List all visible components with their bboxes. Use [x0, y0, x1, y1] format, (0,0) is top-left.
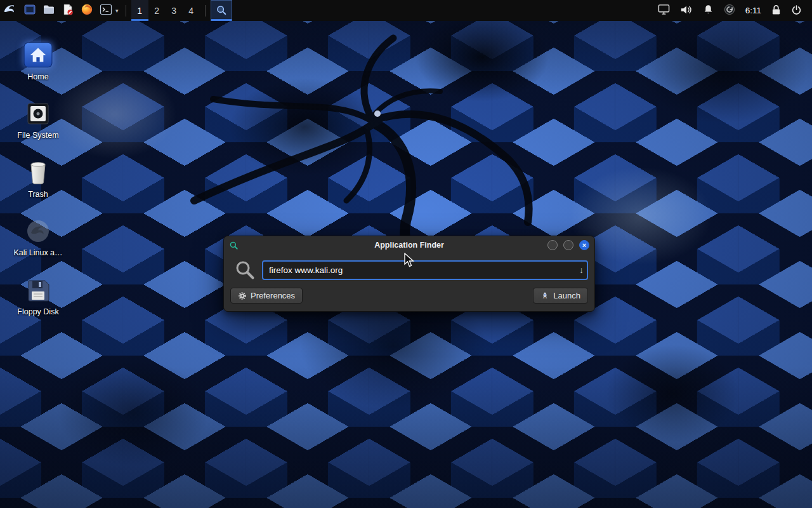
desktop-icon-kali-linux[interactable]: Kali Linux a… — [10, 209, 66, 257]
lock-screen-button[interactable] — [766, 0, 786, 21]
window-icon — [23, 3, 36, 18]
logout-button[interactable] — [786, 0, 807, 21]
application-finder-window: Application Finder × ↓ Preferences — [223, 236, 595, 312]
action-row: Preferences Launch — [230, 288, 588, 304]
close-icon: × — [582, 242, 586, 249]
preferences-label: Preferences — [251, 291, 295, 300]
terminal-icon — [100, 3, 112, 18]
volume-icon-button[interactable] — [675, 0, 698, 21]
notifications-icon-button[interactable] — [698, 0, 719, 21]
file-manager-launcher[interactable] — [39, 0, 58, 21]
desktop-icon-floppy-disk[interactable]: Floppy Disk — [10, 268, 66, 316]
taskbar-application-finder[interactable] — [211, 0, 232, 21]
workspace-label: 3 — [171, 6, 176, 16]
desktop-icon-file-system[interactable]: File System — [10, 91, 66, 140]
search-input[interactable] — [262, 260, 588, 280]
maximize-button[interactable] — [563, 240, 573, 250]
titlebar[interactable]: Application Finder × — [224, 236, 594, 254]
floppy-disk-icon — [23, 268, 53, 305]
search-icon — [216, 4, 227, 18]
workspace-2-button[interactable]: 2 — [148, 0, 166, 21]
appfinder-window-icon — [229, 241, 239, 250]
workspace-label: 2 — [154, 6, 159, 16]
home-folder-icon — [23, 33, 53, 70]
updates-icon-button[interactable] — [719, 0, 740, 21]
trash-icon — [23, 150, 53, 187]
panel-separator — [126, 5, 126, 17]
kali-logo-icon — [3, 3, 16, 18]
kali-menu-button[interactable] — [0, 0, 20, 21]
file-system-icon — [23, 91, 53, 128]
display-icon-button[interactable] — [653, 0, 675, 21]
kali-disc-icon — [23, 209, 53, 246]
preferences-button[interactable]: Preferences — [230, 288, 303, 304]
launch-button[interactable]: Launch — [533, 288, 588, 304]
top-panel: ▾ 1 2 3 4 — [0, 0, 812, 21]
panel-left: ▾ 1 2 3 4 — [0, 0, 232, 21]
desktop-icon-label: File System — [17, 131, 58, 140]
folder-icon — [43, 3, 55, 18]
workspace-label: 4 — [188, 6, 193, 16]
search-entry-wrap: ↓ — [262, 260, 588, 280]
gear-icon — [238, 291, 247, 300]
finder-body: ↓ Preferences Launch — [224, 254, 594, 311]
show-desktop-button[interactable] — [20, 0, 39, 21]
refresh-circle-icon — [724, 4, 735, 17]
firefox-icon — [81, 3, 93, 18]
chevron-down-icon: ▾ — [115, 8, 119, 14]
workspace-1-button[interactable]: 1 — [131, 0, 148, 21]
desktop-icon-trash[interactable]: Trash — [10, 150, 66, 199]
desktop-icon-label: Floppy Disk — [17, 307, 58, 316]
desktop-icon-label: Home — [27, 72, 48, 81]
window-controls: × — [547, 240, 589, 250]
workspace-switcher: 1 2 3 4 — [131, 0, 200, 21]
terminal-launcher[interactable] — [96, 0, 115, 21]
window-title: Application Finder — [224, 241, 594, 250]
desktop-icon-label: Kali Linux a… — [13, 248, 62, 257]
bell-icon — [703, 4, 714, 17]
launch-label: Launch — [553, 291, 580, 300]
desktop-icon-home[interactable]: Home — [10, 33, 66, 81]
desktop-icon-label: Trash — [28, 190, 48, 199]
firefox-launcher[interactable] — [77, 0, 96, 21]
lock-icon — [771, 4, 781, 17]
launch-icon — [540, 291, 549, 300]
minimize-button[interactable] — [547, 240, 558, 250]
document-icon — [62, 3, 74, 18]
desktop-icon-list: Home File System Trash Kali Linux a… Flo… — [10, 33, 66, 316]
terminal-dropdown-button[interactable]: ▾ — [115, 0, 121, 21]
power-icon — [791, 4, 802, 17]
search-icon — [234, 259, 256, 281]
clock[interactable]: 6:11 — [745, 6, 761, 15]
workspace-3-button[interactable]: 3 — [166, 0, 183, 21]
text-editor-launcher[interactable] — [58, 0, 77, 21]
panel-right: 6:11 — [653, 0, 812, 21]
workspace-label: 1 — [137, 6, 142, 16]
speaker-icon — [680, 4, 693, 17]
panel-separator — [205, 5, 206, 17]
workspace-4-button[interactable]: 4 — [183, 0, 200, 21]
search-row: ↓ — [230, 259, 588, 281]
close-button[interactable]: × — [579, 240, 589, 250]
monitor-icon — [658, 4, 670, 17]
